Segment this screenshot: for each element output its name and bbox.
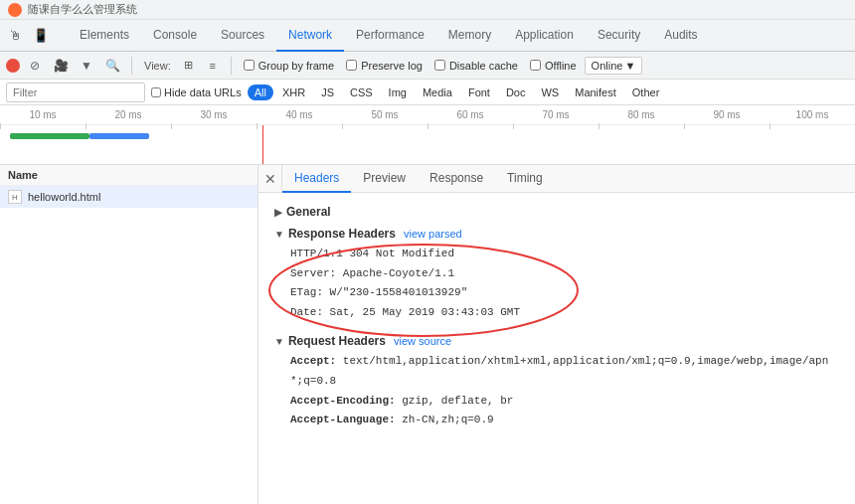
request-headers-title: Request Headers (288, 334, 386, 348)
filter-tag-manifest[interactable]: Manifest (568, 84, 623, 100)
response-header-row-3: ETag: W/"230-1558401013929" (274, 283, 839, 303)
group-by-frame-checkbox[interactable]: Group by frame (244, 60, 334, 72)
panel-tab-headers[interactable]: Headers (282, 165, 351, 193)
filter-tag-img[interactable]: Img (382, 84, 414, 100)
hide-data-urls-label[interactable]: Hide data URLs (151, 86, 242, 98)
filter-tags: All XHR JS CSS Img Media Font Doc WS Man… (248, 84, 667, 100)
timeline-mark-30: 30 ms (171, 109, 256, 120)
panel-tab-preview[interactable]: Preview (351, 165, 418, 193)
view-parsed-link[interactable]: view parsed (404, 228, 462, 240)
timeline-mark-60: 60 ms (428, 109, 513, 120)
devtools-tab-bar: 🖱 📱 Elements Console Sources Network Per… (0, 20, 855, 52)
filter-input[interactable] (6, 83, 145, 102)
response-triangle: ▼ (274, 229, 284, 240)
offline-checkbox[interactable]: Offline (530, 60, 577, 72)
main-content: Name H helloworld.html ✕ Headers Preview… (0, 165, 855, 504)
stop-button[interactable]: ⊘ (24, 55, 46, 77)
request-triangle: ▼ (274, 336, 284, 347)
device-icon[interactable]: 📱 (30, 25, 52, 47)
response-header-row-2: Server: Apache-Coyote/1.1 (274, 264, 839, 284)
offline-input[interactable] (530, 60, 541, 71)
file-name: helloworld.html (28, 191, 100, 203)
request-header-encoding: Accept-Encoding: gzip, deflate, br (274, 392, 839, 412)
title-bar: 随课自学么么管理系统 (0, 0, 855, 20)
disable-cache-checkbox[interactable]: Disable cache (434, 60, 518, 72)
filter-tag-media[interactable]: Media (416, 84, 459, 100)
filter-tag-ws[interactable]: WS (534, 84, 566, 100)
timeline-mark-80: 80 ms (598, 109, 684, 120)
view-label: View: (144, 60, 171, 72)
panel-close-button[interactable]: ✕ (258, 165, 282, 193)
file-icon: H (8, 190, 22, 204)
filter-tag-all[interactable]: All (248, 84, 273, 100)
tab-console[interactable]: Console (141, 20, 209, 52)
tab-security[interactable]: Security (586, 20, 652, 52)
separator-2 (231, 57, 232, 75)
response-headers-body: HTTP/1.1 304 Not Modified Server: Apache… (274, 245, 839, 322)
timeline-content[interactable] (0, 125, 855, 165)
app-icon (8, 3, 22, 17)
view-source-link[interactable]: view source (394, 335, 451, 347)
request-headers-section-header[interactable]: ▼ Request Headers view source (274, 330, 839, 352)
filter-tag-doc[interactable]: Doc (499, 84, 533, 100)
devtools-icons: 🖱 📱 (4, 25, 60, 47)
tab-application[interactable]: Application (503, 20, 586, 52)
timeline-mark-10: 10 ms (0, 109, 86, 120)
timeline-bar-green (10, 133, 89, 139)
right-panel: ✕ Headers Preview Response Timing ▶ Gene… (258, 165, 855, 504)
network-toolbar: ⊘ 🎥 ▼ 🔍 View: ⊞ ≡ Group by frame Preserv… (0, 52, 855, 80)
tab-memory[interactable]: Memory (436, 20, 503, 52)
response-headers-title: Response Headers (288, 227, 396, 241)
tab-elements[interactable]: Elements (68, 20, 141, 52)
response-headers-section-header[interactable]: ▼ Response Headers view parsed (274, 223, 839, 245)
search-icon[interactable]: 🔍 (101, 55, 123, 77)
general-title: General (286, 205, 331, 219)
timeline-line-red (262, 125, 263, 165)
panel-tab-timing[interactable]: Timing (495, 165, 555, 193)
timeline-mark-100: 100 ms (770, 109, 855, 120)
preserve-log-input[interactable] (346, 60, 357, 71)
request-headers-wrapper: ▼ Request Headers view source Accept: te… (274, 330, 839, 429)
request-header-language: Accept-Language: zh-CN,zh;q=0.9 (274, 411, 839, 430)
disable-cache-input[interactable] (434, 60, 445, 71)
filter-tag-js[interactable]: JS (314, 84, 341, 100)
filter-tag-other[interactable]: Other (625, 84, 667, 100)
tab-network[interactable]: Network (276, 20, 344, 52)
tab-audits[interactable]: Audits (652, 20, 709, 52)
timeline-mark-70: 70 ms (513, 109, 598, 120)
timeline-mark-90: 90 ms (684, 109, 770, 120)
record-button[interactable] (6, 59, 20, 73)
request-header-accept-cont: *;q=0.8 (274, 372, 839, 392)
left-panel-header: Name (0, 165, 257, 186)
view-grid-icon[interactable]: ⊞ (179, 57, 199, 75)
panel-tab-response[interactable]: Response (418, 165, 495, 193)
preserve-log-checkbox[interactable]: Preserve log (346, 60, 423, 72)
timeline-mark-50: 50 ms (342, 109, 428, 120)
online-dropdown[interactable]: Online ▼ (585, 57, 643, 75)
name-column-header: Name (8, 169, 38, 181)
timeline-mark-20: 20 ms (86, 109, 171, 120)
file-item-helloworld[interactable]: H helloworld.html (0, 186, 257, 208)
filter-icon[interactable]: ▼ (76, 55, 97, 77)
general-section-header[interactable]: ▶ General (274, 201, 839, 223)
filter-tag-css[interactable]: CSS (343, 84, 380, 100)
title-bar-text: 随课自学么么管理系统 (28, 2, 137, 17)
timeline-bar-blue (89, 133, 149, 139)
hide-data-urls-checkbox[interactable] (151, 87, 161, 97)
separator-1 (131, 57, 132, 75)
filter-tag-xhr[interactable]: XHR (275, 84, 312, 100)
tab-performance[interactable]: Performance (344, 20, 436, 52)
timeline: 10 ms 20 ms 30 ms 40 ms 50 ms 60 ms 70 m… (0, 105, 855, 165)
left-panel: Name H helloworld.html (0, 165, 258, 504)
response-header-row-4: Date: Sat, 25 May 2019 03:43:03 GMT (274, 303, 839, 323)
view-list-icon[interactable]: ≡ (203, 57, 223, 75)
inspect-icon[interactable]: 🖱 (4, 25, 26, 47)
tab-sources[interactable]: Sources (209, 20, 276, 52)
filter-bar: Hide data URLs All XHR JS CSS Img Media … (0, 80, 855, 105)
group-by-frame-input[interactable] (244, 60, 255, 71)
request-header-accept: Accept: text/html,application/xhtml+xml,… (274, 352, 839, 372)
filter-tag-font[interactable]: Font (461, 84, 497, 100)
camera-icon[interactable]: 🎥 (50, 55, 72, 77)
general-triangle: ▶ (274, 207, 282, 218)
timeline-ruler: 10 ms 20 ms 30 ms 40 ms 50 ms 60 ms 70 m… (0, 105, 855, 125)
